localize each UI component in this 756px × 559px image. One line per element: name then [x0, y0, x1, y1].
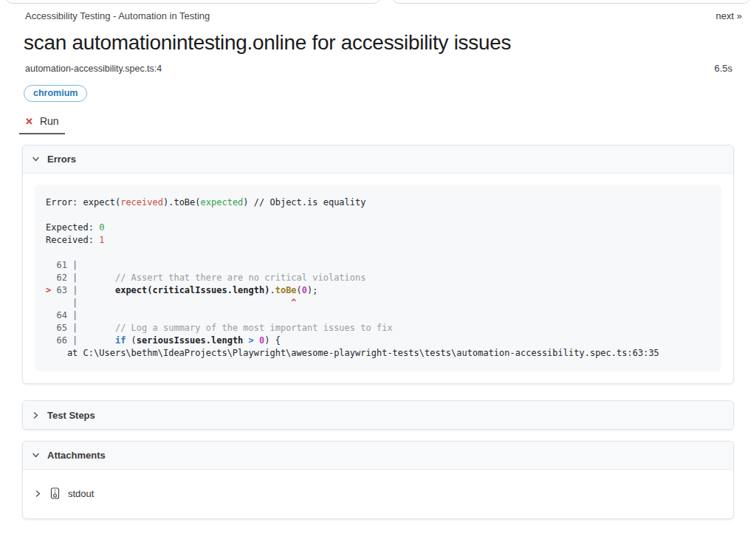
attachments-panel-title: Attachments: [47, 450, 106, 461]
errors-panel-title: Errors: [47, 154, 76, 165]
attachment-stdout-label: stdout: [68, 488, 94, 499]
chevron-right-icon: [32, 411, 40, 419]
error-code-block: Error: expect(received).toBe(expected) /…: [35, 185, 721, 371]
test-steps-panel-title: Test Steps: [47, 410, 95, 421]
page-title: scan automationintesting.online for acce…: [24, 31, 734, 55]
test-steps-panel: Test Steps: [22, 400, 734, 430]
test-steps-panel-header[interactable]: Test Steps: [23, 401, 733, 429]
top-cropped-box-left: [5, 0, 381, 4]
top-cropped-box-right: [392, 0, 751, 4]
project-badge-chromium[interactable]: chromium: [24, 85, 87, 102]
breadcrumb[interactable]: Accessibility Testing - Automation in Te…: [25, 10, 210, 21]
next-test-link[interactable]: next »: [716, 10, 742, 21]
attachments-panel-header[interactable]: Attachments: [23, 442, 733, 470]
errors-panel-body: Error: expect(received).toBe(expected) /…: [23, 174, 733, 383]
errors-panel-header[interactable]: Errors: [23, 145, 733, 174]
attachment-stdout-row[interactable]: stdout: [23, 470, 733, 518]
errors-panel: Errors Error: expect(received).toBe(expe…: [22, 145, 734, 384]
attachment-file-icon: [50, 487, 60, 499]
breadcrumb-row: Accessibility Testing - Automation in Te…: [22, 10, 734, 21]
test-duration: 6.5s: [714, 63, 732, 74]
chevron-down-icon: [32, 451, 40, 459]
tab-run[interactable]: ✕ Run: [19, 112, 65, 134]
attachments-panel: Attachments stdout: [22, 441, 734, 519]
chevron-down-icon: [32, 155, 40, 163]
tab-run-label: Run: [40, 115, 59, 127]
chevron-right-icon: [34, 490, 42, 498]
test-meta-row: automation-accessibility.spec.ts:4 6.5s: [22, 63, 734, 74]
failed-x-icon: ✕: [25, 117, 33, 126]
spec-file-location: automation-accessibility.spec.ts:4: [25, 64, 162, 74]
project-badge-row: chromium: [24, 85, 734, 102]
test-report-page: Accessibility Testing - Automation in Te…: [0, 0, 756, 559]
tab-row: ✕ Run: [22, 112, 734, 134]
